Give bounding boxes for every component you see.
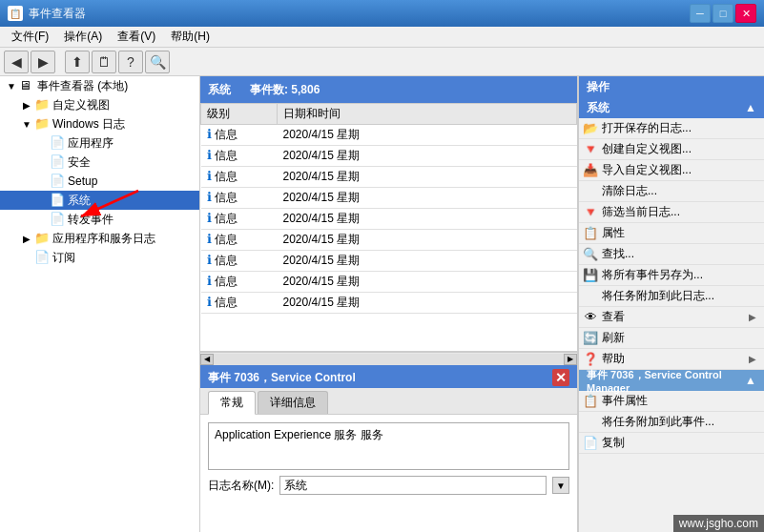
info-icon: ℹ <box>207 274 212 288</box>
col-datetime[interactable]: 日期和时间 <box>278 104 577 125</box>
log-name-label: 日志名称(M): <box>208 478 274 494</box>
log-name-dropdown-btn[interactable]: ▼ <box>552 477 569 494</box>
event-section-header[interactable]: 事件 7036，Service Control Manager ▲ <box>579 370 764 391</box>
menu-view[interactable]: 查看(V) <box>110 27 163 47</box>
right-action-item[interactable]: 📂 打开保存的日志... <box>579 118 764 139</box>
right-action-item[interactable]: 🔻 创建自定义视图... <box>579 139 764 160</box>
horizontal-scrollbar[interactable]: ◀ ▶ <box>200 352 577 365</box>
event-datetime-cell: 2020/4/15 星期 <box>278 272 577 293</box>
sidebar-item-label: 系统 <box>68 193 91 209</box>
log-name-value: 系统 <box>279 476 547 495</box>
right-action-item[interactable]: 清除日志... <box>579 181 764 202</box>
forward-button[interactable]: ▶ <box>31 51 55 73</box>
right-action-item[interactable]: 将任务附加到此日志... <box>579 286 764 307</box>
up-button[interactable]: ⬆ <box>65 51 90 73</box>
event-level-cell: ℹ 信息 <box>201 188 278 209</box>
right-event-action-item[interactable]: 📄 复制 <box>579 433 764 454</box>
sidebar-item-security[interactable]: ▶ 📄 安全 <box>0 153 199 172</box>
table-row[interactable]: ℹ 信息 2020/4/15 星期 <box>201 272 577 293</box>
sidebar-item-label: 应用程序 <box>68 135 114 152</box>
action-label: 将任务附加到此日志... <box>602 288 714 304</box>
event-list[interactable]: 级别 日期和时间 ℹ 信息 2020/4/15 星期 ℹ 信息 2020/4/1… <box>200 103 577 352</box>
sidebar-item-system[interactable]: ▶ 📄 系统 <box>0 191 199 210</box>
scroll-left-btn[interactable]: ◀ <box>200 354 214 365</box>
expand-icon[interactable]: ▼ <box>4 78 19 93</box>
table-row[interactable]: ℹ 信息 2020/4/15 星期 <box>201 209 577 230</box>
sidebar-item-setup[interactable]: ▶ 📄 Setup <box>0 172 199 191</box>
collapse-icon2: ▲ <box>745 374 756 387</box>
right-action-item[interactable]: 💾 将所有事件另存为... <box>579 265 764 286</box>
action-icon: ❓ <box>583 352 598 367</box>
action-icon: 🔻 <box>583 142 598 157</box>
event-level-text: 信息 <box>215 275 237 288</box>
folder-icon: 📁 <box>34 97 50 113</box>
system-section-label: 系统 <box>587 100 609 116</box>
event-level-cell: ℹ 信息 <box>201 167 278 188</box>
menu-action[interactable]: 操作(A) <box>56 27 110 47</box>
tab-general[interactable]: 常规 <box>208 391 256 415</box>
sidebar-item-app[interactable]: ▶ 📄 应用程序 <box>0 133 199 153</box>
expand-icon[interactable]: ▶ <box>19 231 34 246</box>
minimize-button[interactable]: ─ <box>690 4 711 23</box>
list-button[interactable]: 🗒 <box>92 51 116 73</box>
table-row[interactable]: ℹ 信息 2020/4/15 星期 <box>201 146 577 167</box>
right-action-item[interactable]: 👁 查看 ▶ <box>579 307 764 328</box>
right-event-action-item[interactable]: 📋 事件属性 <box>579 391 764 412</box>
action-label: 打开保存的日志... <box>602 120 692 136</box>
right-event-action-item[interactable]: 将任务附加到此事件... <box>579 412 764 433</box>
action-icon: 📂 <box>583 121 598 136</box>
maximize-button[interactable]: □ <box>712 4 733 23</box>
log-name-row: 日志名称(M): 系统 ▼ <box>208 476 569 495</box>
action-label: 将所有事件另存为... <box>602 267 703 283</box>
toolbar: ◀ ▶ ⬆ 🗒 ? 🔍 <box>0 48 764 76</box>
info-icon: ℹ <box>207 169 212 183</box>
right-action-item[interactable]: 📥 导入自定义视图... <box>579 160 764 181</box>
menu-bar: 文件(F) 操作(A) 查看(V) 帮助(H) <box>0 27 764 48</box>
back-button[interactable]: ◀ <box>4 51 29 73</box>
sidebar-item-label: 转发事件 <box>68 212 114 228</box>
submenu-arrow: ▶ <box>749 354 756 364</box>
expand-icon[interactable]: ▶ <box>19 97 34 113</box>
event-detail-close-button[interactable]: ✕ <box>552 369 569 386</box>
right-action-item[interactable]: 🔄 刷新 <box>579 328 764 349</box>
collapse-icon: ▲ <box>745 101 756 114</box>
action-label: 筛选当前日志... <box>602 204 680 220</box>
menu-help[interactable]: 帮助(H) <box>163 27 217 47</box>
right-action-item[interactable]: 📋 属性 <box>579 223 764 244</box>
right-panel: 操作 系统 ▲ 📂 打开保存的日志... 🔻 创建自定义视图... 📥 导入自定… <box>578 76 764 532</box>
sidebar-item-label: 订阅 <box>52 250 75 266</box>
sidebar-item-custom[interactable]: ▶ 📁 自定义视图 <box>0 95 199 114</box>
sidebar-item-appsvc[interactable]: ▶ 📁 应用程序和服务日志 <box>0 229 199 248</box>
menu-file[interactable]: 文件(F) <box>4 27 56 47</box>
system-section-header[interactable]: 系统 ▲ <box>579 97 764 118</box>
right-action-item[interactable]: 🔻 筛选当前日志... <box>579 202 764 223</box>
info-icon: ℹ <box>207 148 212 162</box>
table-row[interactable]: ℹ 信息 2020/4/15 星期 <box>201 167 577 188</box>
action-label: 复制 <box>602 435 625 451</box>
col-level[interactable]: 级别 <box>201 104 278 125</box>
table-row[interactable]: ℹ 信息 2020/4/15 星期 <box>201 293 577 314</box>
scroll-right-btn[interactable]: ▶ <box>564 354 577 365</box>
table-row[interactable]: ℹ 信息 2020/4/15 星期 <box>201 125 577 146</box>
right-action-item[interactable]: 🔍 查找... <box>579 244 764 265</box>
action-label: 属性 <box>602 225 625 241</box>
sidebar-item-subscribe[interactable]: ▶ 📄 订阅 <box>0 248 199 267</box>
sidebar-item-winlog[interactable]: ▼ 📁 Windows 日志 <box>0 114 199 133</box>
sidebar-item-forward[interactable]: ▶ 📄 转发事件 <box>0 210 199 229</box>
table-row[interactable]: ℹ 信息 2020/4/15 星期 <box>201 251 577 272</box>
search-button[interactable]: 🔍 <box>145 51 170 73</box>
expand-icon[interactable]: ▼ <box>19 116 34 132</box>
table-row[interactable]: ℹ 信息 2020/4/15 星期 <box>201 188 577 209</box>
table-row[interactable]: ℹ 信息 2020/4/15 星期 <box>201 230 577 251</box>
app-icon: 📋 <box>8 6 23 21</box>
doc-icon: 📄 <box>50 193 65 208</box>
event-datetime-cell: 2020/4/15 星期 <box>278 167 577 188</box>
help-button[interactable]: ? <box>118 51 143 73</box>
window-title: 事件查看器 <box>29 6 690 22</box>
action-icon: 📥 <box>583 163 598 178</box>
close-button[interactable]: ✕ <box>735 4 756 23</box>
tab-details[interactable]: 详细信息 <box>258 391 328 414</box>
sidebar-item-root[interactable]: ▼ 🖥 事件查看器 (本地) <box>0 76 199 95</box>
event-datetime-cell: 2020/4/15 星期 <box>278 146 577 167</box>
watermark: www.jsgho.com <box>673 515 764 532</box>
